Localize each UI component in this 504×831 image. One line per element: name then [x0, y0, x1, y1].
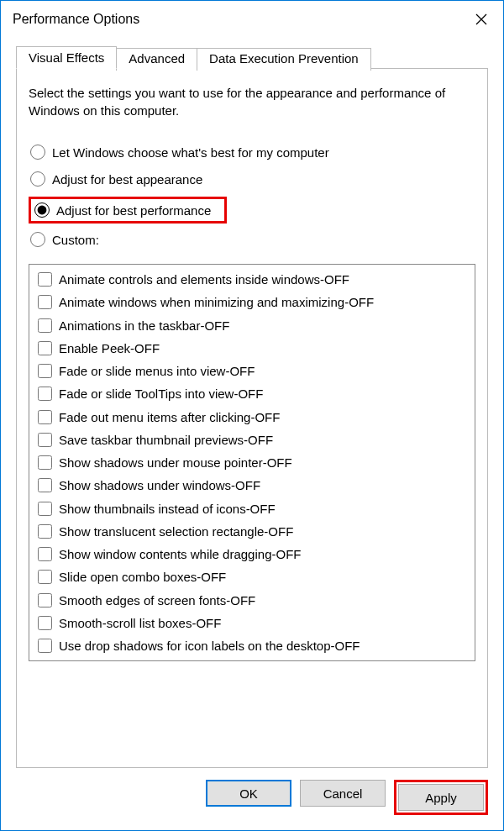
ok-button[interactable]: OK	[206, 780, 291, 807]
option-label: Use drop shadows for icon labels on the …	[59, 636, 360, 655]
radio-best-appearance[interactable]: Adjust for best appearance	[29, 168, 475, 195]
option-checkbox[interactable]	[38, 387, 52, 401]
window-title: Performance Options	[13, 12, 463, 27]
option-label: Animate controls and elements inside win…	[59, 270, 349, 289]
tab-advanced[interactable]: Advanced	[116, 48, 197, 71]
option-checkbox[interactable]	[38, 478, 52, 492]
option-row[interactable]: Animate controls and elements inside win…	[33, 268, 471, 291]
option-checkbox[interactable]	[38, 547, 52, 561]
titlebar: Performance Options	[1, 1, 503, 38]
option-row[interactable]: Fade or slide menus into view-OFF	[33, 360, 471, 382]
option-checkbox[interactable]	[38, 455, 52, 470]
radio-best-performance[interactable]: Adjust for best performance	[33, 202, 211, 218]
option-checkbox[interactable]	[38, 570, 52, 584]
close-icon	[475, 13, 487, 25]
option-row[interactable]: Smooth-scroll list boxes-OFF	[33, 612, 471, 634]
highlight-best-performance: Adjust for best performance	[29, 197, 227, 224]
option-label: Slide open combo boxes-OFF	[59, 567, 226, 586]
option-label: Enable Peek-OFF	[59, 339, 160, 358]
option-row[interactable]: Show translucent selection rectangle-OFF	[33, 520, 471, 543]
option-checkbox[interactable]	[38, 502, 52, 516]
option-row[interactable]: Save taskbar thumbnail previews-OFF	[33, 429, 471, 451]
option-row[interactable]: Enable Peek-OFF	[33, 337, 471, 360]
options-list: Animate controls and elements inside win…	[29, 264, 475, 661]
option-checkbox[interactable]	[38, 364, 52, 378]
tab-visual-effects[interactable]: Visual Effects	[16, 46, 117, 69]
radio-best-appearance-label: Adjust for best appearance	[52, 172, 202, 187]
radio-let-windows-label: Let Windows choose what's best for my co…	[52, 145, 329, 160]
option-checkbox[interactable]	[38, 318, 52, 333]
option-label: Animate windows when minimizing and maxi…	[59, 292, 374, 312]
option-row[interactable]: Show shadows under windows-OFF	[33, 474, 471, 497]
option-label: Show translucent selection rectangle-OFF	[59, 522, 293, 541]
radio-group: Let Windows choose what's best for my co…	[29, 141, 475, 255]
option-label: Fade out menu items after clicking-OFF	[59, 408, 280, 427]
option-label: Fade or slide menus into view-OFF	[59, 361, 255, 381]
option-checkbox[interactable]	[38, 433, 52, 447]
radio-let-windows[interactable]: Let Windows choose what's best for my co…	[29, 141, 475, 168]
option-checkbox[interactable]	[38, 410, 52, 424]
option-row[interactable]: Animations in the taskbar-OFF	[33, 314, 471, 337]
performance-options-dialog: Performance Options Visual Effects Advan…	[0, 0, 504, 831]
apply-button[interactable]: Apply	[398, 784, 484, 811]
option-checkbox[interactable]	[38, 639, 52, 653]
option-row[interactable]: Fade out menu items after clicking-OFF	[33, 406, 471, 429]
intro-text: Select the settings you want to use for …	[29, 84, 475, 119]
cancel-button[interactable]: Cancel	[300, 780, 386, 807]
tab-dep[interactable]: Data Execution Prevention	[197, 48, 371, 71]
option-label: Smooth-scroll list boxes-OFF	[59, 613, 221, 633]
option-label: Show window contents while dragging-OFF	[59, 544, 301, 564]
option-checkbox[interactable]	[38, 295, 52, 309]
radio-best-performance-input[interactable]	[34, 202, 50, 218]
tab-strip: Visual Effects Advanced Data Execution P…	[16, 46, 488, 68]
option-row[interactable]: Show window contents while dragging-OFF	[33, 543, 471, 565]
content-area: Visual Effects Advanced Data Execution P…	[1, 38, 503, 768]
option-label: Show shadows under windows-OFF	[59, 476, 260, 495]
option-label: Animations in the taskbar-OFF	[59, 316, 229, 335]
option-checkbox[interactable]	[38, 593, 52, 607]
highlight-apply: Apply	[394, 780, 488, 815]
radio-let-windows-input[interactable]	[30, 145, 45, 160]
option-row[interactable]: Show thumbnails instead of icons-OFF	[33, 497, 471, 520]
radio-custom-input[interactable]	[30, 232, 45, 247]
radio-custom[interactable]: Custom:	[29, 229, 475, 255]
close-button[interactable]	[463, 1, 500, 38]
tab-panel: Select the settings you want to use for …	[16, 68, 488, 768]
option-label: Smooth edges of screen fonts-OFF	[59, 591, 255, 610]
option-row[interactable]: Use drop shadows for icon labels on the …	[33, 634, 471, 657]
option-row[interactable]: Fade or slide ToolTips into view-OFF	[33, 382, 471, 405]
option-label: Show thumbnails instead of icons-OFF	[59, 499, 276, 518]
option-row[interactable]: Smooth edges of screen fonts-OFF	[33, 589, 471, 612]
option-checkbox[interactable]	[38, 341, 52, 355]
option-checkbox[interactable]	[38, 524, 52, 539]
option-row[interactable]: Animate windows when minimizing and maxi…	[33, 291, 471, 313]
option-row[interactable]: Slide open combo boxes-OFF	[33, 565, 471, 588]
button-row: OK Cancel Apply	[1, 768, 503, 830]
radio-best-appearance-input[interactable]	[30, 171, 45, 187]
option-label: Fade or slide ToolTips into view-OFF	[59, 384, 263, 403]
radio-best-performance-label: Adjust for best performance	[56, 203, 211, 218]
option-label: Save taskbar thumbnail previews-OFF	[59, 430, 273, 450]
option-checkbox[interactable]	[38, 616, 52, 630]
radio-custom-label: Custom:	[52, 233, 99, 247]
option-row[interactable]: Show shadows under mouse pointer-OFF	[33, 451, 471, 474]
option-checkbox[interactable]	[38, 272, 52, 287]
option-label: Show shadows under mouse pointer-OFF	[59, 453, 292, 472]
